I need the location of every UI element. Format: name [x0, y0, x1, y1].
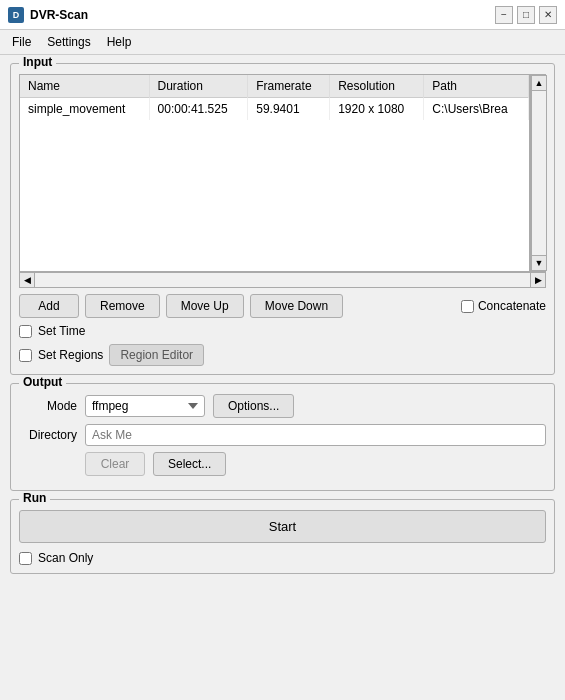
col-path: Path	[424, 75, 529, 98]
scroll-track-horizontal	[35, 272, 530, 288]
remove-button[interactable]: Remove	[85, 294, 160, 318]
col-resolution: Resolution	[330, 75, 424, 98]
maximize-button[interactable]: □	[517, 6, 535, 24]
concatenate-checkbox[interactable]	[461, 300, 474, 313]
input-group-label: Input	[19, 55, 56, 69]
clear-button[interactable]: Clear	[85, 452, 145, 476]
directory-input[interactable]	[85, 424, 546, 446]
run-group: Run Start Scan Only	[10, 499, 555, 574]
move-down-button[interactable]: Move Down	[250, 294, 343, 318]
horizontal-scrollbar[interactable]: ◀ ▶	[19, 272, 546, 288]
scroll-down-btn[interactable]: ▼	[531, 255, 547, 271]
scan-only-row: Scan Only	[19, 551, 546, 565]
app-icon: D	[8, 7, 24, 23]
mode-select[interactable]: ffmpeg copy opencv	[85, 395, 205, 417]
mode-label: Mode	[19, 399, 77, 413]
set-regions-label[interactable]: Set Regions	[38, 348, 103, 362]
table-header-row: Name Duration Framerate Resolution Path	[20, 75, 529, 98]
menu-file[interactable]: File	[4, 32, 39, 52]
table-row[interactable]: simple_movement00:00:41.52559.94011920 x…	[20, 98, 529, 121]
input-group-content: Name Duration Framerate Resolution Path …	[11, 64, 554, 374]
output-group-label: Output	[19, 375, 66, 389]
input-table: Name Duration Framerate Resolution Path …	[20, 75, 529, 120]
directory-label: Directory	[19, 428, 77, 442]
col-framerate: Framerate	[248, 75, 330, 98]
set-time-label[interactable]: Set Time	[38, 324, 85, 338]
options-button[interactable]: Options...	[213, 394, 294, 418]
vertical-scrollbar[interactable]: ▲ ▼	[530, 74, 546, 272]
col-name: Name	[20, 75, 149, 98]
set-time-row: Set Time	[19, 324, 546, 338]
scroll-up-btn[interactable]: ▲	[531, 75, 547, 91]
input-group: Input Name Duration Framerate Resolution	[10, 63, 555, 375]
set-time-checkbox[interactable]	[19, 325, 32, 338]
output-group-content: Mode ffmpeg copy opencv Options... Direc…	[11, 384, 554, 490]
set-regions-checkbox[interactable]	[19, 349, 32, 362]
cell-path: C:\Users\Brea	[424, 98, 529, 121]
region-editor-button[interactable]: Region Editor	[109, 344, 204, 366]
run-group-content: Start Scan Only	[11, 500, 554, 573]
cell-duration: 00:00:41.525	[149, 98, 248, 121]
menu-bar: File Settings Help	[0, 30, 565, 55]
app-title: DVR-Scan	[30, 8, 88, 22]
move-up-button[interactable]: Move Up	[166, 294, 244, 318]
start-button[interactable]: Start	[19, 510, 546, 543]
scan-only-checkbox[interactable]	[19, 552, 32, 565]
concatenate-row: Concatenate	[461, 299, 546, 313]
input-table-container[interactable]: Name Duration Framerate Resolution Path …	[19, 74, 530, 272]
run-group-label: Run	[19, 491, 50, 505]
add-button[interactable]: Add	[19, 294, 79, 318]
output-group: Output Mode ffmpeg copy opencv Options..…	[10, 383, 555, 491]
cell-resolution: 1920 x 1080	[330, 98, 424, 121]
scroll-right-btn[interactable]: ▶	[530, 272, 546, 288]
set-regions-row: Set Regions Region Editor	[19, 344, 546, 366]
select-button[interactable]: Select...	[153, 452, 226, 476]
concatenate-label[interactable]: Concatenate	[478, 299, 546, 313]
table-scroll-area: Name Duration Framerate Resolution Path …	[19, 74, 546, 272]
mode-row: Mode ffmpeg copy opencv Options...	[19, 394, 546, 418]
title-bar-controls[interactable]: − □ ✕	[495, 6, 557, 24]
col-duration: Duration	[149, 75, 248, 98]
directory-row: Directory	[19, 424, 546, 446]
input-buttons-row: Add Remove Move Up Move Down Concatenate	[19, 294, 546, 318]
title-bar: D DVR-Scan − □ ✕	[0, 0, 565, 30]
close-button[interactable]: ✕	[539, 6, 557, 24]
scroll-left-btn[interactable]: ◀	[19, 272, 35, 288]
scan-only-label[interactable]: Scan Only	[38, 551, 93, 565]
menu-settings[interactable]: Settings	[39, 32, 98, 52]
cell-name: simple_movement	[20, 98, 149, 121]
minimize-button[interactable]: −	[495, 6, 513, 24]
table-area: Name Duration Framerate Resolution Path …	[19, 74, 546, 288]
title-bar-left: D DVR-Scan	[8, 7, 88, 23]
clear-select-row: Clear Select...	[19, 452, 546, 476]
menu-help[interactable]: Help	[99, 32, 140, 52]
cell-framerate: 59.9401	[248, 98, 330, 121]
main-content: Input Name Duration Framerate Resolution	[0, 55, 565, 590]
table-body: simple_movement00:00:41.52559.94011920 x…	[20, 98, 529, 121]
scroll-track-vertical	[531, 91, 547, 255]
